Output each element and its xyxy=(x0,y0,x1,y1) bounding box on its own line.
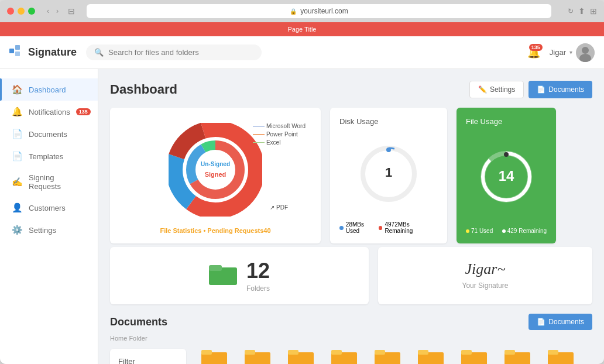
chart-footer-text: File Statistics • Pending Requests xyxy=(160,227,263,234)
list-item[interactable]: Bigsmall ... xyxy=(412,349,449,364)
doc-icon: 📄 xyxy=(537,85,545,94)
svg-text:14: 14 xyxy=(499,168,514,184)
used-dot xyxy=(339,226,344,230)
sidebar-item-templates[interactable]: 📄 Templates xyxy=(0,145,98,167)
chart-footer: File Statistics • Pending Requests40 xyxy=(119,227,311,234)
bell-sidebar-icon: 🔔 xyxy=(12,107,23,117)
chart-area: Un-Signed Signed Microsoft Word xyxy=(119,117,311,222)
templates-icon: 📄 xyxy=(12,151,23,162)
svg-text:1: 1 xyxy=(385,165,392,180)
svg-point-24 xyxy=(504,152,509,157)
sidebar-toggle-button[interactable]: ⊟ xyxy=(68,6,75,16)
list-item[interactable]: Immersi... xyxy=(499,349,536,364)
logo-icon xyxy=(9,45,23,60)
share-button[interactable]: ⬆ xyxy=(578,6,585,16)
sidebar-item-documents[interactable]: 📄 Documents xyxy=(0,123,98,145)
docs-layout: Filter All Signed Un-Signe xyxy=(110,349,592,364)
sidebar-label-dashboard: Dashboard xyxy=(29,85,66,94)
file-used-label: 71 Used xyxy=(471,228,493,234)
legend-excel: Excel xyxy=(266,139,280,146)
maximize-dot[interactable] xyxy=(28,8,35,15)
list-item[interactable]: dartera xyxy=(369,349,406,364)
app-header: Signature 🔍 🔔 135 Jigar ▾ xyxy=(0,36,604,69)
svg-rect-36 xyxy=(375,350,385,355)
filter-panel: Filter All Signed Un-Signe xyxy=(110,349,186,364)
svg-rect-44 xyxy=(548,350,558,355)
logo-text: Signature xyxy=(28,46,77,59)
sidebar-label-documents: Documents xyxy=(29,130,67,139)
svg-rect-40 xyxy=(461,350,472,355)
pending-count: 40 xyxy=(263,227,270,234)
browser-action-buttons: ⬆ ⊞ xyxy=(578,6,597,16)
user-info[interactable]: Jigar ▾ xyxy=(550,43,595,62)
svg-rect-42 xyxy=(505,350,515,355)
legend-ppt: Power Point xyxy=(266,131,298,138)
list-item[interactable]: Dipam P... xyxy=(325,349,363,364)
search-input[interactable] xyxy=(108,48,253,57)
stats-row-2: 12 Folders Jigar~ Your Signature xyxy=(110,247,592,304)
list-item[interactable]: Chinus E... xyxy=(542,349,579,364)
avatar xyxy=(576,43,595,62)
folder-icon-large xyxy=(209,263,237,286)
folder-file-icon xyxy=(418,349,444,364)
file-remaining-label: 429 Remaining xyxy=(507,228,547,234)
list-item[interactable]: Arun Pa... xyxy=(282,349,320,364)
sidebar-item-dashboard[interactable]: 🏠 Dashboard xyxy=(0,78,98,101)
svg-point-20 xyxy=(386,147,391,152)
minimize-dot[interactable] xyxy=(18,8,25,15)
sidebar-label-customers: Customers xyxy=(29,204,66,212)
new-tab-button[interactable]: ⊞ xyxy=(590,6,597,16)
documents-section: Documents 📄 Documents Home Folder Filter xyxy=(110,314,592,364)
sidebar-label-templates: Templates xyxy=(29,152,63,161)
sidebar-item-customers[interactable]: 👤 Customers xyxy=(0,197,98,219)
list-item[interactable]: Sheris In... xyxy=(455,349,493,364)
browser-titlebar: ‹ › ⊟ 🔒 yoursiteurl.com ↻ ⬆ ⊞ xyxy=(0,0,604,22)
url-text: yoursiteurl.com xyxy=(300,7,348,15)
page-title: Dashboard xyxy=(110,82,177,97)
forward-button[interactable]: › xyxy=(54,6,61,16)
main-layout: 🏠 Dashboard 🔔 Notifications 135 📄 Docume… xyxy=(0,69,604,364)
folder-file-icon xyxy=(505,349,530,364)
documents-header-button[interactable]: 📄 Documents xyxy=(528,81,592,98)
sidebar-item-notifications[interactable]: 🔔 Notifications 135 xyxy=(0,101,98,123)
svg-rect-32 xyxy=(288,350,298,355)
folder-file-icon xyxy=(331,349,357,364)
signature-label: Your Signature xyxy=(462,281,509,290)
refresh-button[interactable]: ↻ xyxy=(568,7,574,15)
file-remaining-dot xyxy=(502,229,506,233)
used-label: 28MBs Used xyxy=(346,221,379,234)
search-bar[interactable]: 🔍 xyxy=(86,44,262,60)
signature-image: Jigar~ xyxy=(465,262,506,277)
sidebar-item-signing-requests[interactable]: ✍️ Signing Requests xyxy=(0,167,98,197)
list-item[interactable]: Jitesh xyxy=(195,349,233,364)
docs-header: Documents 📄 Documents xyxy=(110,314,592,330)
sidebar-item-settings[interactable]: ⚙️ Settings xyxy=(0,219,98,241)
file-used-stat: 71 Used xyxy=(466,228,493,234)
folders-card: 12 Folders xyxy=(110,247,369,304)
filter-title: Filter xyxy=(118,357,178,364)
svg-rect-0 xyxy=(9,49,14,53)
folders-info: 12 Folders xyxy=(246,259,270,293)
back-button[interactable]: ‹ xyxy=(44,6,52,16)
settings-button[interactable]: ✏️ Settings xyxy=(469,81,524,98)
file-usage-svg: 14 xyxy=(477,147,536,206)
docs-button[interactable]: 📄 Documents xyxy=(528,314,592,330)
svg-text:Un-Signed: Un-Signed xyxy=(201,161,230,167)
sidebar-label-signing: Signing Requests xyxy=(29,173,86,191)
disk-stats: 28MBs Used 4972MBs Remaining xyxy=(339,221,438,234)
notification-button[interactable]: 🔔 135 xyxy=(527,46,540,59)
sidebar-label-notifications: Notifications xyxy=(29,108,70,116)
svg-point-4 xyxy=(582,47,589,54)
folder-count: 12 xyxy=(246,259,270,283)
svg-rect-34 xyxy=(331,350,342,355)
customers-icon: 👤 xyxy=(12,202,23,213)
url-bar[interactable]: 🔒 yoursiteurl.com xyxy=(87,4,551,18)
folder-label: Folders xyxy=(246,284,270,293)
close-dot[interactable] xyxy=(7,8,14,15)
signing-icon: ✍️ xyxy=(12,177,23,187)
list-item[interactable]: Mohanis... xyxy=(239,349,276,364)
disk-svg: 1 xyxy=(356,142,421,206)
pencil-icon: ✏️ xyxy=(478,85,487,94)
dashboard-icon: 🏠 xyxy=(12,84,23,95)
signature-card: Jigar~ Your Signature xyxy=(378,247,592,304)
